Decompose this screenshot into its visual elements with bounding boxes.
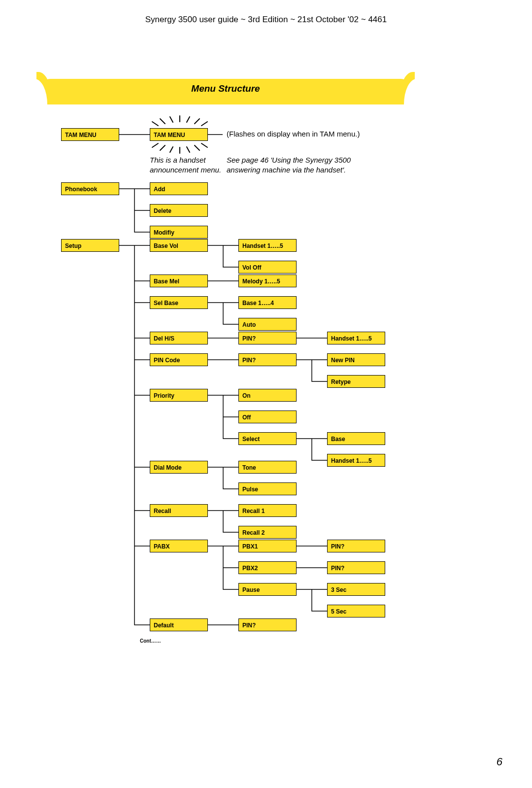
svg-line-43: [152, 143, 158, 147]
box-pin-code: PIN Code: [150, 353, 208, 366]
box-delete: Delete: [150, 204, 208, 217]
box-melody: Melody 1…..5: [238, 274, 297, 287]
box-pause: Pause: [238, 583, 297, 596]
box-select: Select: [238, 432, 297, 445]
box-recall-1: Recall 1: [238, 504, 297, 517]
box-pabx: PABX: [150, 540, 208, 552]
box-handset-1-5-c: Handset 1…..5: [327, 454, 385, 467]
box-priority: Priority: [150, 389, 208, 402]
box-base-mel: Base Mel: [150, 274, 208, 287]
page-header: Synergy 3500 user guide ~ 3rd Edition ~ …: [0, 15, 532, 25]
box-auto: Auto: [238, 318, 297, 331]
box-tam-menu-2: TAM MENU: [150, 128, 208, 141]
svg-line-41: [160, 145, 165, 150]
box-tam-menu-1: TAM MENU: [61, 128, 119, 141]
svg-line-32: [170, 117, 173, 122]
note-flash: (Flashes on display when in TAM menu.): [227, 129, 389, 139]
box-base-1-4: Base 1…..4: [238, 296, 297, 309]
note-see-page: See page 46 'Using the Synergy 3500 answ…: [227, 155, 384, 175]
box-handset-1-5-a: Handset 1…..5: [238, 239, 297, 252]
box-add: Add: [150, 182, 208, 195]
box-pbx1: PBX1: [238, 540, 297, 552]
svg-line-36: [152, 122, 158, 126]
svg-line-35: [195, 119, 200, 124]
box-pin-5: PIN?: [238, 618, 297, 631]
box-handset-1-5-b: Handset 1…..5: [327, 332, 385, 344]
box-pin-4: PIN?: [327, 561, 385, 574]
box-recall: Recall: [150, 504, 208, 517]
box-phonebook: Phonebook: [61, 182, 119, 195]
box-5-sec: 5 Sec: [327, 605, 385, 617]
box-on: On: [238, 389, 297, 402]
svg-line-33: [187, 117, 190, 122]
box-dial-mode: Dial Mode: [150, 461, 208, 474]
box-default: Default: [150, 618, 208, 631]
cont-label: Cont……: [140, 638, 161, 644]
box-recall-2: Recall 2: [238, 526, 297, 539]
box-sel-base: Sel Base: [150, 296, 208, 309]
box-off: Off: [238, 411, 297, 423]
svg-line-44: [201, 143, 207, 147]
svg-line-37: [201, 122, 207, 126]
svg-line-42: [195, 145, 200, 150]
box-base: Base: [327, 432, 385, 445]
box-vol-off: Vol Off: [238, 261, 297, 274]
box-retype: Retype: [327, 375, 385, 388]
box-3-sec: 3 Sec: [327, 583, 385, 596]
box-pin-2: PIN?: [238, 353, 297, 366]
box-pbx2: PBX2: [238, 561, 297, 574]
box-pulse: Pulse: [238, 482, 297, 495]
section-banner: Menu Structure: [33, 79, 418, 104]
box-del-hs: Del H/S: [150, 332, 208, 344]
box-base-vol: Base Vol: [150, 239, 208, 252]
box-pin-1: PIN?: [238, 332, 297, 344]
box-new-pin: New PIN: [327, 353, 385, 366]
box-pin-3: PIN?: [327, 540, 385, 552]
svg-line-34: [160, 119, 165, 124]
svg-line-40: [187, 147, 190, 152]
box-setup: Setup: [61, 239, 119, 252]
box-tone: Tone: [238, 461, 297, 474]
note-handset-announcement: This is a handset announcement menu.: [150, 155, 229, 175]
box-modify: Modifiy: [150, 226, 208, 239]
svg-line-39: [170, 147, 173, 152]
page-number: 6: [497, 755, 502, 768]
